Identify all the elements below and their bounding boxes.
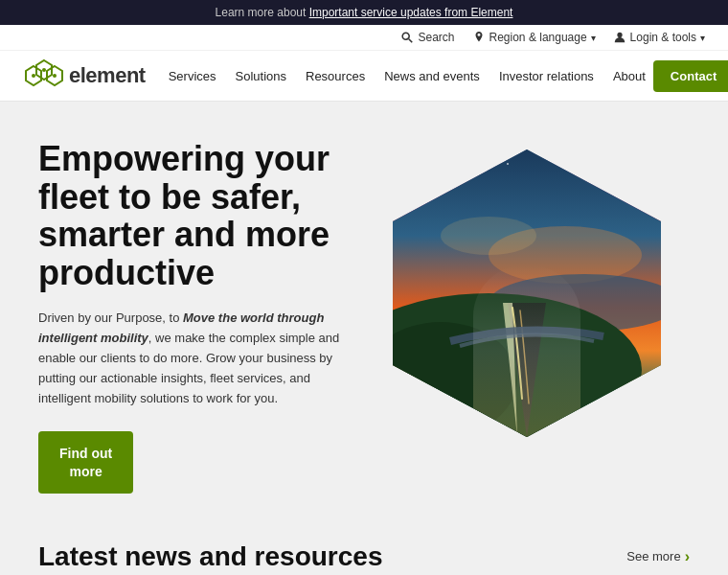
svg-point-8	[53, 74, 57, 78]
header-top: Search Region & language ▾ Login & tools…	[0, 25, 728, 51]
nav-links: Services Solutions Resources News and ev…	[169, 69, 646, 83]
search-button[interactable]: Search	[400, 31, 454, 44]
latest-news-section: Latest news and resources See more ›	[0, 522, 728, 575]
region-language-label: Region & language	[489, 31, 587, 44]
svg-point-6	[42, 68, 46, 72]
hero-section: Empowering your fleet to be safer, smart…	[0, 102, 728, 522]
nav-resources[interactable]: Resources	[306, 69, 365, 83]
hero-content: Empowering your fleet to be safer, smart…	[38, 140, 364, 494]
hero-description: Driven by our Purpose, to Move the world…	[38, 309, 364, 408]
svg-point-0	[403, 33, 410, 39]
svg-point-11	[441, 217, 536, 255]
nav-news-events[interactable]: News and events	[384, 69, 480, 83]
svg-point-16	[468, 168, 470, 170]
region-chevron-icon: ▾	[591, 33, 596, 43]
svg-point-7	[32, 74, 35, 78]
logo-icon	[23, 58, 65, 93]
hero-title: Empowering your fleet to be safer, smart…	[38, 140, 364, 291]
nav-about[interactable]: About	[613, 69, 646, 83]
svg-point-2	[617, 33, 622, 37]
banner-link[interactable]: Important service updates from Element	[309, 6, 513, 19]
hero-road-svg	[393, 150, 661, 437]
hero-image-container	[383, 150, 671, 437]
see-more-label: See more	[626, 549, 680, 564]
search-icon	[400, 31, 414, 44]
banner-learn-more-text: Learn more about	[216, 6, 307, 19]
main-nav: element Services Solutions Resources New…	[0, 51, 728, 101]
search-label: Search	[418, 31, 454, 44]
logo-text: element	[69, 63, 146, 88]
header: Search Region & language ▾ Login & tools…	[0, 25, 728, 102]
find-out-more-button[interactable]: Find outmore	[38, 431, 133, 493]
contact-button[interactable]: Contact	[653, 60, 728, 92]
svg-point-20	[421, 201, 421, 202]
top-banner: Learn more about Important service updat…	[0, 0, 728, 25]
latest-news-title: Latest news and resources	[38, 541, 382, 572]
pin-icon	[472, 31, 486, 44]
see-more-link[interactable]: See more ›	[626, 548, 690, 565]
region-language-button[interactable]: Region & language ▾	[472, 31, 596, 44]
nav-services[interactable]: Services	[169, 69, 216, 83]
login-chevron-icon: ▾	[700, 33, 705, 43]
svg-line-1	[409, 39, 413, 43]
svg-point-17	[507, 163, 509, 165]
svg-point-15	[440, 177, 442, 179]
svg-point-18	[583, 172, 585, 174]
nav-investor-relations[interactable]: Investor relations	[499, 69, 594, 83]
svg-point-12	[489, 274, 661, 332]
user-icon	[613, 31, 626, 44]
login-tools-button[interactable]: Login & tools ▾	[613, 31, 705, 44]
see-more-chevron-icon: ›	[685, 548, 690, 565]
svg-point-19	[622, 187, 624, 189]
login-tools-label: Login & tools	[630, 31, 696, 44]
hero-desc-prefix: Driven by our Purpose, to	[38, 310, 183, 325]
hero-hexagon-image	[393, 150, 661, 437]
logo[interactable]: element	[23, 58, 146, 93]
nav-solutions[interactable]: Solutions	[236, 69, 286, 83]
